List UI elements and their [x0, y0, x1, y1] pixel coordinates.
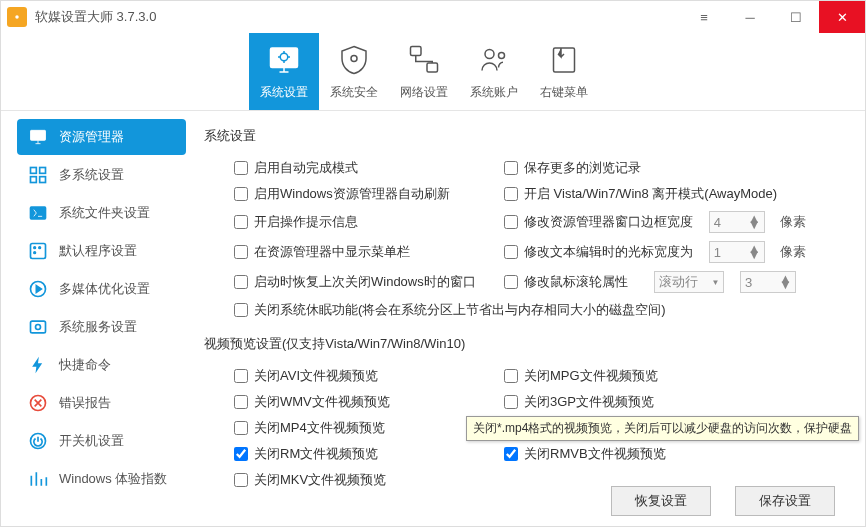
svg-rect-9 — [31, 130, 46, 140]
chk-3gp[interactable]: 关闭3GP文件视频预览 — [504, 393, 853, 411]
sidebar-item-explorer[interactable]: 资源管理器 — [17, 119, 186, 155]
chk-scroll[interactable]: 修改鼠标滚轮属性 — [504, 273, 628, 291]
monitor-gear-icon — [266, 42, 302, 78]
svg-rect-1 — [271, 48, 298, 68]
section-title-video: 视频预览设置(仅支持Vista/Win7/Win8/Win10) — [204, 335, 853, 353]
window-title: 软媒设置大师 3.7.3.0 — [35, 8, 681, 26]
svg-point-6 — [485, 50, 494, 59]
sidebar-item-wei[interactable]: Windows 体验指数 — [17, 461, 186, 497]
content: 系统设置 启用自动完成模式 保存更多的浏览记录 启用Windows资源管理器自动… — [186, 111, 865, 526]
input-border-width[interactable]: 4▲▼ — [709, 211, 765, 233]
chk-auto-refresh[interactable]: 启用Windows资源管理器自动刷新 — [234, 185, 504, 203]
users-icon — [476, 42, 512, 78]
svg-rect-10 — [31, 168, 37, 174]
svg-point-3 — [351, 56, 357, 62]
select-scroll-mode[interactable]: 滚动行▼ — [654, 271, 724, 293]
restore-button[interactable]: 恢复设置 — [611, 486, 711, 516]
sidebar-item-errors[interactable]: 错误报告 — [17, 385, 186, 421]
svg-rect-8 — [554, 48, 575, 72]
service-icon — [27, 316, 49, 338]
svg-point-17 — [39, 247, 41, 249]
tab-system-security[interactable]: 系统安全 — [319, 33, 389, 110]
minimize-button[interactable]: ─ — [727, 1, 773, 33]
tooltip: 关闭*.mp4格式的视频预览，关闭后可以减少硬盘的访问次数，保护硬盘 — [466, 416, 859, 441]
chk-rm[interactable]: 关闭RM文件视频预览 — [234, 445, 504, 463]
chk-tips[interactable]: 开启操作提示信息 — [234, 211, 504, 233]
chk-avi[interactable]: 关闭AVI文件视频预览 — [234, 367, 504, 385]
bolt-icon — [27, 354, 49, 376]
grid-icon — [27, 164, 49, 186]
app-icon — [7, 7, 27, 27]
tab-context-menu[interactable]: 右键菜单 — [529, 33, 599, 110]
apps-icon — [27, 240, 49, 262]
menu-button[interactable]: ≡ — [681, 1, 727, 33]
monitor-icon — [27, 126, 49, 148]
sidebar-item-defaults[interactable]: 默认程序设置 — [17, 233, 186, 269]
svg-rect-15 — [31, 244, 46, 259]
chk-mp4[interactable]: 关闭MP4文件视频预览 — [234, 419, 504, 437]
sidebar-item-media[interactable]: 多媒体优化设置 — [17, 271, 186, 307]
svg-point-0 — [15, 15, 19, 19]
svg-rect-20 — [31, 321, 46, 333]
svg-point-21 — [36, 325, 41, 330]
sidebar-item-shortcuts[interactable]: 快捷命令 — [17, 347, 186, 383]
tab-system-settings[interactable]: 系统设置 — [249, 33, 319, 110]
svg-point-7 — [499, 53, 505, 59]
close-button[interactable]: ✕ — [819, 1, 865, 33]
sidebar-item-multiboot[interactable]: 多系统设置 — [17, 157, 186, 193]
svg-point-16 — [34, 247, 36, 249]
error-icon — [27, 392, 49, 414]
section-title-system: 系统设置 — [204, 127, 853, 145]
system-settings-grid: 启用自动完成模式 保存更多的浏览记录 启用Windows资源管理器自动刷新 开启… — [234, 159, 853, 293]
context-menu-icon — [546, 42, 582, 78]
chk-show-menubar[interactable]: 在资源管理器中显示菜单栏 — [234, 241, 504, 263]
svg-rect-5 — [427, 63, 438, 72]
svg-rect-14 — [30, 206, 47, 219]
chk-border-width[interactable]: 修改资源管理器窗口边框宽度 — [504, 213, 693, 231]
chk-cursor-width[interactable]: 修改文本编辑时的光标宽度为 — [504, 243, 693, 261]
sidebar-item-services[interactable]: 系统服务设置 — [17, 309, 186, 345]
main: 资源管理器 多系统设置 系统文件夹设置 默认程序设置 多媒体优化设置 系统服务设… — [1, 111, 865, 526]
shield-gear-icon — [336, 42, 372, 78]
chk-autocomplete[interactable]: 启用自动完成模式 — [234, 159, 504, 177]
tab-network-settings[interactable]: 网络设置 — [389, 33, 459, 110]
power-icon — [27, 430, 49, 452]
chk-more-history[interactable]: 保存更多的浏览记录 — [504, 159, 853, 177]
toolbar: 系统设置 系统安全 网络设置 系统账户 右键菜单 — [1, 33, 865, 111]
svg-point-18 — [34, 252, 36, 254]
window-controls: ≡ ─ ☐ ✕ — [681, 1, 865, 33]
chk-away-mode[interactable]: 开启 Vista/Win7/Win8 离开模式(AwayMode) — [504, 185, 853, 203]
svg-rect-4 — [411, 47, 422, 56]
input-cursor-width[interactable]: 1▲▼ — [709, 241, 765, 263]
chk-wmv[interactable]: 关闭WMV文件视频预览 — [234, 393, 504, 411]
chk-mpg[interactable]: 关闭MPG文件视频预览 — [504, 367, 853, 385]
windows-icon — [27, 202, 49, 224]
play-icon — [27, 278, 49, 300]
titlebar: 软媒设置大师 3.7.3.0 ≡ ─ ☐ ✕ — [1, 1, 865, 33]
maximize-button[interactable]: ☐ — [773, 1, 819, 33]
chk-disable-hibernate[interactable]: 关闭系统休眠功能(将会在系统分区上节省出与内存相同大小的磁盘空间) — [234, 301, 853, 319]
input-scroll-lines[interactable]: 3▲▼ — [740, 271, 796, 293]
sidebar-item-folders[interactable]: 系统文件夹设置 — [17, 195, 186, 231]
network-icon — [406, 42, 442, 78]
chk-mkv[interactable]: 关闭MKV文件视频预览 — [234, 471, 504, 489]
footer-buttons: 恢复设置 保存设置 — [611, 486, 835, 516]
save-button[interactable]: 保存设置 — [735, 486, 835, 516]
chk-restore-windows[interactable]: 启动时恢复上次关闭Windows时的窗口 — [234, 271, 504, 293]
chart-icon — [27, 468, 49, 490]
sidebar-item-power[interactable]: 开关机设置 — [17, 423, 186, 459]
tab-system-accounts[interactable]: 系统账户 — [459, 33, 529, 110]
svg-rect-11 — [40, 168, 46, 174]
svg-rect-12 — [31, 177, 37, 183]
sidebar: 资源管理器 多系统设置 系统文件夹设置 默认程序设置 多媒体优化设置 系统服务设… — [1, 111, 186, 526]
chk-rmvb[interactable]: 关闭RMVB文件视频预览 — [504, 445, 853, 463]
svg-rect-13 — [40, 177, 46, 183]
